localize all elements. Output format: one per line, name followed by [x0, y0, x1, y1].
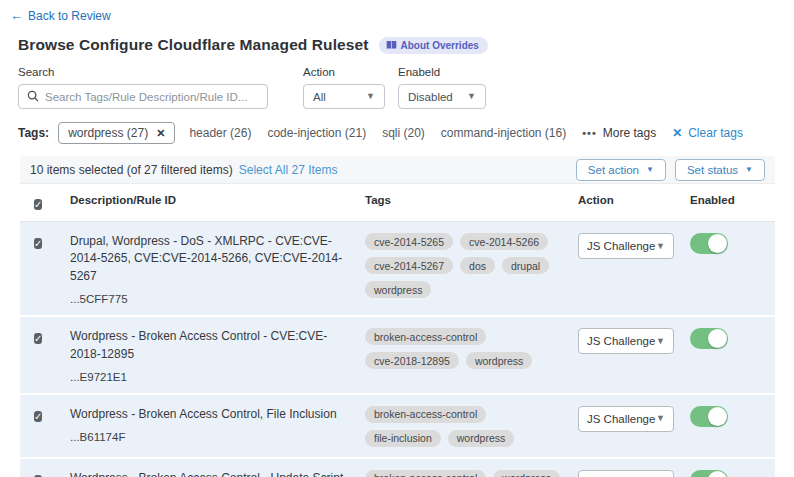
toggle-knob [708, 471, 727, 477]
rule-id: ...5CFF775 [70, 293, 365, 305]
chevron-down-icon: ▼ [656, 414, 665, 423]
rule-action-value: JS Challenge [587, 413, 655, 425]
rule-action-select[interactable]: JS Challenge ▼ [578, 406, 674, 432]
clear-icon: ✕ [672, 126, 682, 140]
enabled-label: Enabeld [398, 66, 486, 78]
tag-pill: broken-access-control [365, 406, 486, 423]
selected-tag-label: wordpress (27) [68, 126, 148, 140]
tags-filter-bar: Tags: wordpress (27) ✕ header (26)code-i… [18, 122, 794, 144]
row-checkbox[interactable] [34, 238, 42, 249]
tag-pill: file-inclusion [365, 430, 441, 447]
tags-label: Tags: [18, 126, 49, 140]
selection-status: 10 items selected (of 27 filtered items) [30, 163, 233, 177]
column-header-tags: Tags [365, 194, 578, 212]
column-header-enabled: Enabled [690, 194, 775, 212]
rule-id: ...E9721E1 [70, 371, 365, 383]
tag-pill: drupal [502, 257, 549, 274]
search-label: Search [18, 66, 268, 78]
tag-pill: cve-2014-5266 [460, 233, 548, 250]
rule-action-value: JS Challenge [587, 240, 655, 252]
set-status-label: Set status [687, 164, 738, 176]
rule-action-select[interactable]: JS Challenge ▼ [578, 233, 674, 259]
rule-action-select[interactable]: JS Challenge ▼ [578, 470, 674, 477]
rule-action-select[interactable]: JS Challenge ▼ [578, 328, 674, 354]
rule-description: Drupal, Wordpress - DoS - XMLRPC - CVE:C… [70, 233, 365, 285]
column-header-description: Description/Rule ID [70, 194, 365, 212]
ruleset-panel: 10 items selected (of 27 filtered items)… [20, 156, 775, 477]
tag-pill: wordpress [448, 430, 514, 447]
rule-tags: broken-access-controlfile-inclusionwordp… [365, 406, 578, 447]
more-tags-label: More tags [603, 126, 656, 140]
filters-row: Search Action All ▼ Enabeld Disabled ▼ [18, 66, 794, 109]
chevron-down-icon: ▼ [745, 166, 753, 174]
tag-pill: cve-2014-5267 [365, 257, 453, 274]
clear-tags-button[interactable]: ✕ Clear tags [672, 126, 743, 140]
enabled-toggle[interactable] [690, 328, 728, 349]
select-all-checkbox[interactable] [34, 199, 42, 210]
filter-tag[interactable]: code-injection (21) [267, 126, 366, 140]
selection-bar: 10 items selected (of 27 filtered items)… [20, 156, 775, 184]
chevron-down-icon: ▼ [366, 92, 375, 101]
search-filter-group: Search [18, 66, 268, 109]
enabled-toggle[interactable] [690, 470, 728, 477]
action-filter-group: Action All ▼ [303, 66, 385, 109]
search-icon [27, 88, 39, 106]
enabled-toggle[interactable] [690, 233, 728, 254]
enabled-select[interactable]: Disabled ▼ [398, 84, 486, 109]
action-select-value: All [313, 91, 326, 103]
chevron-down-icon: ▼ [467, 92, 476, 101]
select-all-link[interactable]: Select All 27 Items [239, 163, 338, 177]
set-action-label: Set action [588, 164, 639, 176]
rule-tags: cve-2014-5265cve-2014-5266cve-2014-5267d… [365, 233, 578, 305]
rule-action-value: JS Challenge [587, 335, 655, 347]
enabled-select-value: Disabled [408, 91, 453, 103]
chevron-down-icon: ▼ [656, 337, 665, 346]
action-label: Action [303, 66, 385, 78]
rule-description: Wordpress - Broken Access Control - CVE:… [70, 328, 365, 363]
enabled-filter-group: Enabeld Disabled ▼ [398, 66, 486, 109]
chevron-down-icon: ▼ [656, 242, 665, 251]
tag-pill: broken-access-control [365, 470, 486, 477]
table-row: Drupal, Wordpress - DoS - XMLRPC - CVE:C… [20, 222, 775, 317]
page-header: Browse Configure Cloudflare Managed Rule… [18, 36, 794, 54]
back-to-review-link[interactable]: ← Back to Review [10, 8, 111, 23]
tag-pill: dos [460, 257, 495, 274]
tag-pill: wordpress [466, 352, 532, 369]
set-action-button[interactable]: Set action ▼ [576, 159, 666, 181]
chevron-down-icon: ▼ [646, 166, 654, 174]
about-overrides-badge[interactable]: About Overrides [379, 37, 488, 54]
back-link-label: Back to Review [28, 9, 111, 23]
column-header-action: Action [578, 194, 690, 212]
rule-tags: broken-access-controlcve-2018-12895wordp… [365, 328, 578, 383]
tag-pill: cve-2014-5265 [365, 233, 453, 250]
tag-pill: wordpress [365, 281, 431, 298]
rule-description: Wordpress - Broken Access Control - Upda… [70, 470, 365, 477]
page-title: Browse Configure Cloudflare Managed Rule… [18, 36, 369, 54]
selected-tag-chip[interactable]: wordpress (27) ✕ [58, 122, 175, 144]
action-select[interactable]: All ▼ [303, 84, 385, 109]
rule-description: Wordpress - Broken Access Control, File … [70, 406, 365, 423]
tag-pill: broken-access-control [365, 328, 486, 345]
remove-tag-icon[interactable]: ✕ [156, 127, 165, 140]
filter-tag[interactable]: command-injection (16) [441, 126, 566, 140]
table-row: Wordpress - Broken Access Control - CVE:… [20, 317, 775, 395]
tag-list: header (26)code-injection (21)sqli (20)c… [189, 126, 566, 140]
set-status-button[interactable]: Set status ▼ [675, 159, 765, 181]
book-icon [386, 40, 397, 50]
toggle-knob [708, 234, 727, 253]
table-header-row: Description/Rule ID Tags Action Enabled [20, 184, 775, 222]
row-checkbox[interactable] [34, 333, 42, 344]
filter-tag[interactable]: sqli (20) [382, 126, 425, 140]
table-row: Wordpress - Broken Access Control - Upda… [20, 459, 775, 477]
filter-tag[interactable]: header (26) [189, 126, 251, 140]
search-input[interactable] [45, 91, 259, 103]
rule-id: ...B61174F [70, 431, 365, 443]
back-arrow-icon: ← [10, 8, 23, 23]
more-tags-button[interactable]: ••• More tags [582, 126, 656, 140]
search-box [18, 84, 268, 109]
ellipsis-icon: ••• [582, 127, 597, 139]
enabled-toggle[interactable] [690, 406, 728, 427]
row-checkbox[interactable] [34, 411, 42, 422]
toggle-knob [708, 329, 727, 348]
table-row: Wordpress - Broken Access Control, File … [20, 395, 775, 459]
